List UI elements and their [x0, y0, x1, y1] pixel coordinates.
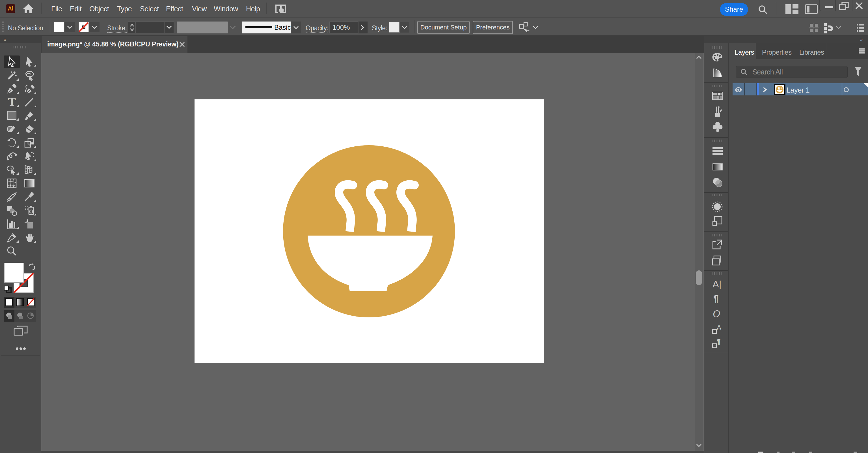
svg-text:¶: ¶ — [717, 339, 720, 345]
svg-text:A: A — [717, 324, 721, 331]
